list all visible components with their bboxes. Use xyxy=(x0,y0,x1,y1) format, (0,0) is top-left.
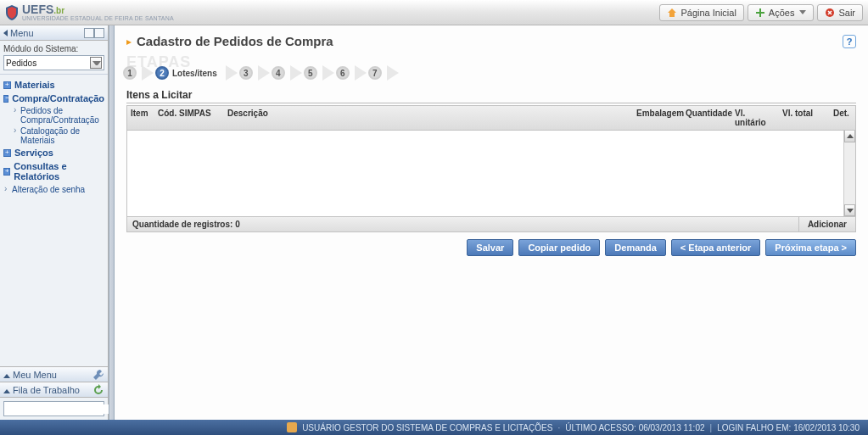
col-cod-simpas: Cód. SIMPAS xyxy=(154,106,224,130)
scroll-down-button[interactable] xyxy=(844,204,855,216)
nav-compra[interactable]: Compra/Contratação xyxy=(0,92,108,105)
nav-consultas[interactable]: Consultas e Relatórios xyxy=(0,159,108,183)
menu-label: Menu xyxy=(10,28,34,38)
salvar-button[interactable]: Salvar xyxy=(467,239,513,256)
footer-user: USUÁRIO GESTOR DO SISTEMA DE COMPRAS E L… xyxy=(302,423,552,432)
header-actions: Página Inicial Ações Sair xyxy=(659,4,863,21)
module-label: Módulo do Sistema: xyxy=(3,44,104,53)
fila-trabalho-header[interactable]: Fila de Trabalho xyxy=(0,382,108,398)
home-button[interactable]: Página Inicial xyxy=(659,4,743,21)
logout-label: Sair xyxy=(838,8,855,18)
step-1[interactable]: 1 xyxy=(123,66,137,80)
divider xyxy=(126,103,856,103)
actions-button[interactable]: Ações xyxy=(748,4,815,21)
col-det: Det. xyxy=(830,106,855,130)
help-button[interactable]: ? xyxy=(843,35,856,48)
proxima-etapa-button[interactable]: Próxima etapa > xyxy=(765,239,856,256)
svg-rect-1 xyxy=(756,12,764,14)
scrollbar[interactable] xyxy=(843,131,855,216)
expand-icon xyxy=(3,168,10,176)
step-7[interactable]: 7 xyxy=(368,66,382,80)
step-arrow-icon xyxy=(142,65,154,81)
close-icon xyxy=(825,8,835,18)
refresh-icon xyxy=(92,384,104,396)
step-arrow-icon xyxy=(322,65,334,81)
nav-tree: Materiais Compra/Contratação Pedidos de … xyxy=(0,75,108,366)
registros-label: Quantidade de registros: xyxy=(132,220,232,229)
footer-ultimo-acesso: ÚLTIMO ACESSO: 06/03/2013 11:02 xyxy=(565,423,704,432)
sidebar-search-input[interactable] xyxy=(4,404,119,414)
triangle-up-icon xyxy=(847,134,854,138)
collapse-left-icon xyxy=(3,30,8,36)
triangle-down-icon xyxy=(847,209,854,213)
action-bar: Salvar Copiar pedido Demanda < Etapa ant… xyxy=(115,232,868,263)
col-item: Item xyxy=(127,106,154,130)
steps-container: ETAPAS 1 2Lotes/itens 3 4 5 6 7 xyxy=(115,53,868,84)
col-descricao: Descrição xyxy=(224,106,633,130)
meu-menu-header[interactable]: Meu Menu xyxy=(0,367,108,382)
expand-icon xyxy=(3,149,11,157)
step-arrow-icon xyxy=(226,65,238,81)
sidebar-search xyxy=(0,398,108,420)
home-label: Página Inicial xyxy=(680,8,736,18)
expand-icon xyxy=(3,81,11,89)
logo: UEFS.br UNIVERSIDADE ESTADUAL DE FEIRA D… xyxy=(5,3,174,21)
top-header: UEFS.br UNIVERSIDADE ESTADUAL DE FEIRA D… xyxy=(0,0,868,25)
nav-alteracao-senha[interactable]: Alteração de senha xyxy=(0,183,108,196)
module-selector: Módulo do Sistema: Pedidos xyxy=(0,41,108,75)
step-3[interactable]: 3 xyxy=(239,66,253,80)
user-icon xyxy=(287,422,297,432)
sidebar: Menu Módulo do Sistema: Pedidos Materiai… xyxy=(0,25,109,420)
col-vl-unitario: Vl. unitário xyxy=(731,106,779,130)
brand-name: UEFS xyxy=(22,3,53,16)
copiar-pedido-button[interactable]: Copiar pedido xyxy=(518,239,600,256)
step-4[interactable]: 4 xyxy=(272,66,285,80)
sub-title: Itens a Licitar xyxy=(115,84,868,103)
etapa-anterior-button[interactable]: < Etapa anterior xyxy=(671,239,760,256)
home-icon xyxy=(667,8,677,18)
main-content: ▸ Cadastro de Pedidos de Compra ? ETAPAS… xyxy=(115,25,868,420)
module-value: Pedidos xyxy=(6,59,90,68)
step-6[interactable]: 6 xyxy=(336,66,350,80)
demanda-button[interactable]: Demanda xyxy=(605,239,666,256)
brand-subtitle: UNIVERSIDADE ESTADUAL DE FEIRA DE SANTAN… xyxy=(22,15,174,21)
step-5[interactable]: 5 xyxy=(304,66,317,80)
brand-suffix: .br xyxy=(53,6,64,15)
nav-catalogacao[interactable]: Catalogação de Materiais xyxy=(12,125,108,146)
logo-shield-icon xyxy=(5,5,19,20)
table-header: Item Cód. SIMPAS Descrição Embalagem Qua… xyxy=(127,106,855,131)
wrench-icon xyxy=(92,369,104,381)
step-2[interactable]: 2Lotes/itens xyxy=(155,66,221,80)
page-title: Cadastro de Pedidos de Compra xyxy=(137,34,333,48)
expand-up-icon xyxy=(3,374,10,378)
module-select[interactable]: Pedidos xyxy=(3,55,104,70)
title-arrow-icon: ▸ xyxy=(126,36,132,47)
items-table: Item Cód. SIMPAS Descrição Embalagem Qua… xyxy=(126,105,856,232)
col-embalagem: Embalagem xyxy=(633,106,682,130)
step-arrow-icon xyxy=(258,65,270,81)
chevron-down-icon xyxy=(799,10,806,14)
col-vl-total: Vl. total xyxy=(779,106,830,130)
nav-pedidos-compra[interactable]: Pedidos de Compra/Contratação xyxy=(12,105,108,125)
plus-icon xyxy=(755,8,765,18)
logout-button[interactable]: Sair xyxy=(817,4,863,21)
nav-materiais[interactable]: Materiais xyxy=(0,78,108,92)
table-body xyxy=(127,131,855,216)
table-footer: Quantidade de registros: 0 Adicionar xyxy=(127,216,855,231)
status-bar: USUÁRIO GESTOR DO SISTEMA DE COMPRAS E L… xyxy=(0,420,868,435)
nav-servicos[interactable]: Serviços xyxy=(0,146,108,159)
expand-up-icon xyxy=(3,389,10,393)
registros-count: 0 xyxy=(235,220,240,229)
step-arrow-icon xyxy=(290,65,302,81)
footer-login-falho: LOGIN FALHO EM: 16/02/2013 10:30 xyxy=(717,423,860,432)
collapse-icon xyxy=(3,95,8,103)
view-list-icon[interactable] xyxy=(84,28,94,38)
add-button[interactable]: Adicionar xyxy=(798,217,855,231)
sidebar-menu-header[interactable]: Menu xyxy=(0,25,108,41)
step-arrow-icon xyxy=(387,65,399,81)
view-tree-icon[interactable] xyxy=(94,28,104,38)
step-2-label: Lotes/itens xyxy=(172,69,217,78)
splitter[interactable] xyxy=(109,25,115,420)
col-quantidade: Quantidade xyxy=(682,106,731,130)
scroll-up-button[interactable] xyxy=(844,131,855,142)
